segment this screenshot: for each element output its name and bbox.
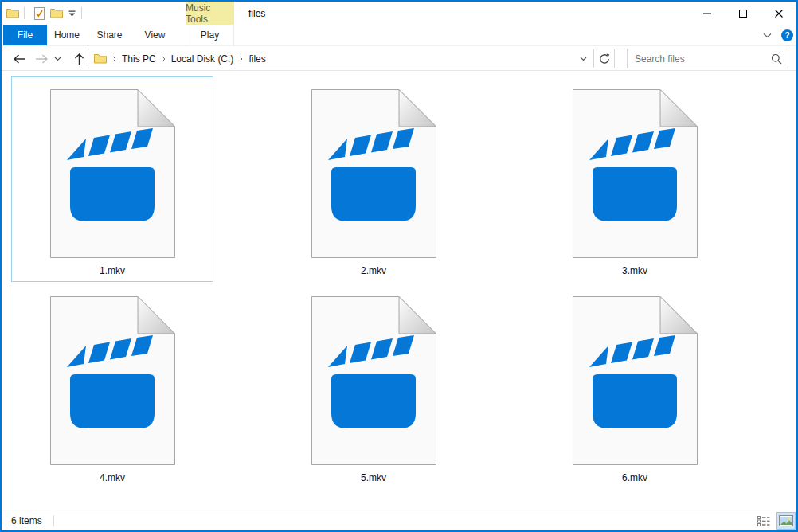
file-tile[interactable]: 6.mkv [534, 284, 736, 489]
video-file-icon [573, 89, 698, 258]
tab-share[interactable]: Share [87, 25, 132, 45]
refresh-icon[interactable] [594, 49, 614, 68]
explorer-app-icon[interactable] [6, 6, 20, 20]
file-tile[interactable]: 5.mkv [272, 284, 475, 489]
tab-view[interactable]: View [132, 25, 178, 45]
properties-quick-icon[interactable] [32, 6, 46, 20]
titlebar-separator [81, 7, 82, 19]
help-icon[interactable]: ? [781, 29, 793, 41]
ribbon-tab-bar: File Home Share View Play ? [2, 25, 796, 46]
navigation-bar: This PC Local Disk (C:) files [2, 46, 796, 71]
qat-customize-icon[interactable] [66, 6, 77, 20]
video-file-icon [50, 89, 175, 258]
back-icon[interactable] [10, 49, 29, 68]
up-icon[interactable] [68, 49, 89, 68]
forward-icon[interactable] [32, 49, 51, 68]
video-file-icon [50, 296, 175, 465]
file-tile[interactable]: 2.mkv [272, 76, 475, 282]
minimize-button[interactable] [689, 2, 725, 25]
file-tile[interactable]: 3.mkv [534, 76, 736, 282]
breadcrumb-chevron-icon[interactable] [112, 56, 116, 62]
recent-locations-chevron-icon[interactable] [52, 49, 64, 68]
breadcrumb-item-local-disk[interactable]: Local Disk (C:) [171, 53, 234, 65]
view-toggles [755, 510, 795, 531]
breadcrumb-item-this-pc[interactable]: This PC [122, 53, 156, 65]
new-folder-quick-icon[interactable] [49, 6, 64, 20]
file-name-label: 3.mkv [622, 265, 647, 276]
file-grid: 1.mkv 2.mkv [2, 71, 796, 489]
breadcrumb-item-files[interactable]: files [248, 53, 265, 65]
search-box [627, 49, 788, 68]
breadcrumb: This PC Local Disk (C:) files [88, 53, 573, 65]
file-name-label: 4.mkv [100, 472, 125, 483]
address-bar[interactable]: This PC Local Disk (C:) files [88, 49, 615, 68]
items-count-label: 6 items [11, 515, 42, 526]
maximize-button[interactable] [725, 2, 761, 25]
details-view-icon[interactable] [755, 513, 773, 529]
large-icons-view-icon[interactable] [777, 513, 795, 529]
ribbon-collapse-icon[interactable] [759, 27, 775, 43]
window-controls [689, 2, 796, 25]
music-tools-contextual-tab[interactable]: Music Tools [186, 2, 234, 25]
window-title: files [248, 2, 265, 25]
file-name-label: 6.mkv [622, 472, 647, 483]
tab-file[interactable]: File [3, 25, 47, 45]
title-bar: Music Tools files [2, 2, 796, 25]
file-tile[interactable]: 1.mkv [11, 76, 213, 282]
address-folder-icon [94, 53, 107, 64]
tab-home[interactable]: Home [47, 25, 87, 45]
file-name-label: 5.mkv [361, 472, 386, 483]
search-input[interactable] [628, 49, 788, 68]
close-button[interactable] [761, 2, 796, 25]
status-bar: 6 items [2, 510, 796, 530]
file-name-label: 1.mkv [100, 265, 125, 276]
video-file-icon [573, 296, 698, 465]
video-file-icon [311, 296, 436, 465]
address-bar-controls [573, 49, 614, 68]
file-name-label: 2.mkv [361, 265, 386, 276]
status-bar-separator [53, 515, 54, 526]
tab-play[interactable]: Play [186, 25, 234, 45]
explorer-window: Music Tools files File Home Share View P… [0, 0, 798, 532]
titlebar-separator [24, 7, 25, 19]
file-list-area: 1.mkv 2.mkv [2, 71, 796, 510]
address-dropdown-chevron-icon[interactable] [573, 49, 593, 68]
file-tile[interactable]: 4.mkv [11, 284, 213, 489]
search-icon [771, 53, 782, 67]
breadcrumb-chevron-icon[interactable] [239, 56, 243, 62]
video-file-icon [311, 89, 436, 258]
breadcrumb-chevron-icon[interactable] [162, 56, 166, 62]
